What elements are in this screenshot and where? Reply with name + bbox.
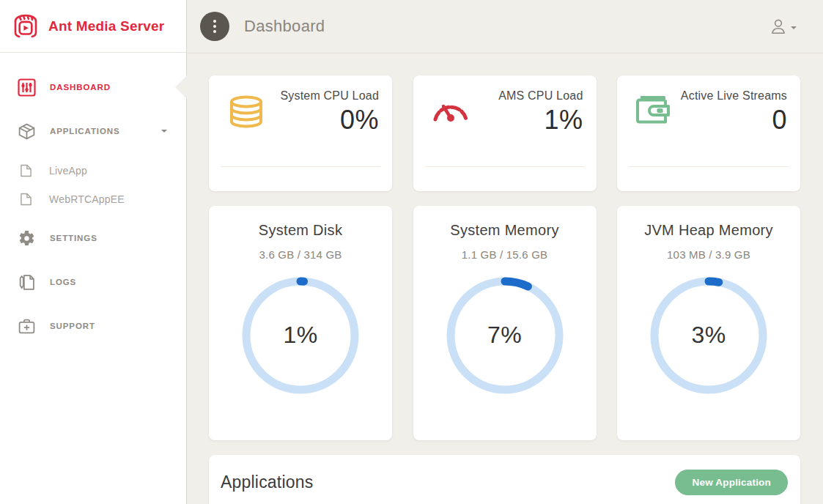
stat-card-ams-cpu: AMS CPU Load 1%: [413, 75, 597, 191]
sliders-icon: [18, 78, 36, 97]
applications-section: Applications New Application: [209, 455, 800, 504]
kebab-menu-icon: [213, 20, 216, 23]
gauge-percent: 1%: [238, 322, 363, 349]
donut-gauge: 7%: [443, 273, 567, 398]
gauge-card-system-memory: System Memory 1.1 GB / 15.6 GB 7%: [413, 206, 597, 440]
app-logo[interactable]: Ant Media Server: [0, 0, 186, 53]
stat-label: System CPU Load: [280, 88, 379, 104]
new-application-button[interactable]: New Application: [675, 470, 788, 495]
ant-media-logo-icon: [10, 12, 41, 40]
file-icon: [21, 164, 32, 177]
applications-sublist: LiveApp WebRTCAppEE: [0, 156, 186, 213]
gauge-cards-row: System Disk 3.6 GB / 314 GB 1% System Me…: [209, 206, 800, 440]
sidebar-item-webrtcappee[interactable]: WebRTCAppEE: [0, 185, 186, 213]
gauge-icon: [431, 94, 470, 129]
first-aid-icon: [18, 317, 36, 336]
stat-card-system-cpu: System CPU Load 0%: [209, 75, 392, 191]
stat-card-active-streams: Active Live Streams 0: [617, 75, 800, 191]
stat-text: Active Live Streams 0: [681, 88, 787, 136]
sidebar-item-liveapp[interactable]: LiveApp: [0, 156, 186, 185]
main-area: Dashboard: [188, 0, 823, 504]
sidebar-item-label: APPLICATIONS: [50, 127, 120, 136]
sidebar-item-applications[interactable]: APPLICATIONS: [0, 109, 186, 153]
user-menu[interactable]: [769, 17, 797, 36]
gauge-percent: 3%: [646, 322, 771, 349]
stat-label: Active Live Streams: [681, 88, 787, 104]
gauge-title: System Disk: [209, 222, 392, 239]
person-icon: [769, 17, 788, 36]
sidebar-item-dashboard[interactable]: DASHBOARD: [0, 65, 186, 109]
stat-cards-row: System CPU Load 0% AMS CPU Load: [209, 75, 800, 191]
donut-gauge: 3%: [646, 273, 771, 398]
divider: [221, 166, 380, 167]
stat-text: System CPU Load 0%: [280, 88, 379, 136]
sidebar-nav: DASHBOARD APPLICATIONS: [0, 53, 186, 348]
database-icon: [226, 94, 266, 135]
stat-value: 0%: [280, 105, 379, 136]
ant-media-server-dashboard: Ant Media Server DASHBOARD: [0, 0, 823, 504]
stat-text: AMS CPU Load 1%: [498, 88, 583, 136]
chevron-down-icon: [791, 26, 797, 29]
wallet-icon: [635, 94, 673, 129]
sidebar-item-label: WebRTCAppEE: [49, 193, 125, 205]
sidebar-item-label: SETTINGS: [50, 234, 97, 242]
donut-gauge: 1%: [238, 273, 363, 398]
app-name: Ant Media Server: [48, 18, 164, 34]
sidebar-item-label: DASHBOARD: [50, 83, 111, 92]
package-icon: [18, 122, 36, 141]
chevron-down-icon: [161, 130, 167, 133]
gauge-subtitle: 1.1 GB / 15.6 GB: [413, 248, 597, 261]
sidebar-item-label: LOGS: [50, 278, 76, 286]
applications-title: Applications: [221, 470, 313, 495]
active-item-notch: [175, 75, 187, 99]
sidebar: Ant Media Server DASHBOARD: [0, 0, 187, 504]
gauge-card-jvm-heap: JVM Heap Memory 103 MB / 3.9 GB 3%: [617, 206, 800, 440]
stat-value: 0: [681, 105, 787, 136]
gauge-title: System Memory: [413, 222, 597, 239]
divider: [425, 166, 585, 167]
sidebar-item-label: SUPPORT: [50, 322, 95, 330]
gauge-card-system-disk: System Disk 3.6 GB / 314 GB 1%: [209, 206, 392, 440]
gauge-subtitle: 103 MB / 3.9 GB: [617, 248, 800, 261]
file-icon: [21, 193, 32, 206]
stat-label: AMS CPU Load: [498, 88, 583, 104]
gauge-subtitle: 3.6 GB / 314 GB: [209, 248, 392, 261]
sidebar-item-support[interactable]: SUPPORT: [0, 304, 186, 348]
kebab-menu-button[interactable]: [200, 12, 229, 41]
document-pencil-icon: [18, 273, 36, 292]
gauge-title: JVM Heap Memory: [617, 222, 800, 239]
gear-icon: [18, 229, 36, 248]
divider: [629, 166, 789, 167]
gauge-percent: 7%: [443, 322, 567, 349]
stat-value: 1%: [498, 105, 583, 136]
sidebar-item-settings[interactable]: SETTINGS: [0, 216, 186, 260]
content: System CPU Load 0% AMS CPU Load: [188, 53, 823, 504]
page-title: Dashboard: [244, 17, 325, 36]
sidebar-item-label: LiveApp: [49, 165, 87, 177]
header: Dashboard: [188, 0, 823, 53]
sidebar-item-logs[interactable]: LOGS: [0, 260, 186, 304]
